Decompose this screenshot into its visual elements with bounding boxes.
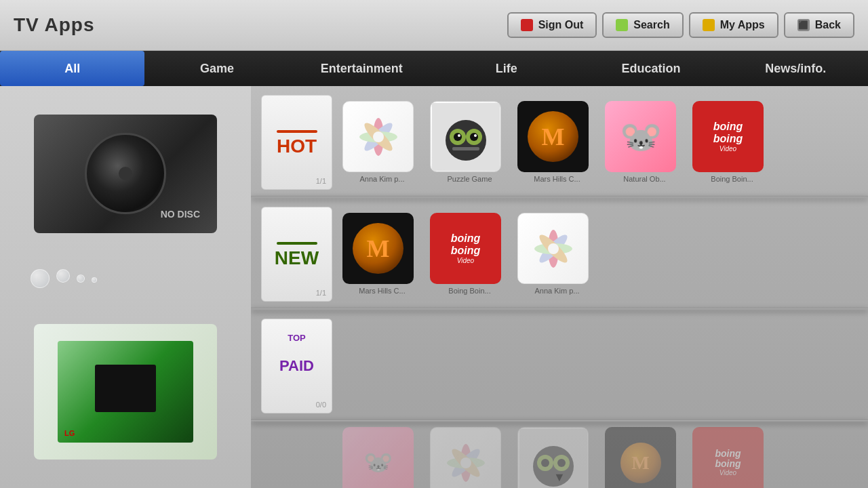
anna-kim-label-2: Anna Kim p... bbox=[521, 287, 593, 295]
mars-hills-label-1: Mars Hills C... bbox=[521, 175, 593, 183]
bubble-medium bbox=[56, 269, 70, 283]
new-label: NEW bbox=[275, 247, 319, 269]
app-mars-hills-b[interactable]: M Mars Hills C... bbox=[605, 427, 684, 488]
mars-m-b: M bbox=[620, 443, 661, 483]
my-apps-label: My Apps bbox=[720, 19, 765, 31]
category-nav: All Game Entertainment Life Education Ne… bbox=[0, 51, 868, 86]
svg-point-28 bbox=[541, 459, 549, 467]
search-label: Search bbox=[633, 19, 669, 31]
yellow-icon bbox=[703, 19, 715, 31]
app-boing-boing-1[interactable]: boingboing Video Boing Boin... bbox=[692, 101, 772, 183]
disc-circle bbox=[85, 133, 166, 214]
sign-out-button[interactable]: Sign Out bbox=[507, 12, 597, 38]
svg-point-23 bbox=[460, 458, 471, 468]
page-title: TV Apps bbox=[14, 14, 95, 36]
back-label: Back bbox=[815, 19, 841, 31]
svg-point-9 bbox=[454, 133, 462, 141]
new-shelf: NEW 1/1 M Mars Hills C... boingboing Vid… bbox=[251, 198, 868, 310]
flower-svg-2 bbox=[526, 222, 580, 276]
mars-hills-icon-1: M bbox=[517, 101, 589, 172]
svg-point-29 bbox=[557, 459, 566, 467]
mars-hills-icon-2: M bbox=[342, 213, 414, 284]
anna-kim-icon-b bbox=[430, 427, 501, 488]
boing-boing-icon-1: boingboing Video bbox=[692, 101, 764, 172]
mars-hills-icon-b: M bbox=[605, 427, 676, 488]
top-paid-card[interactable]: TOP PAID 0/0 bbox=[261, 319, 332, 413]
tv-screen bbox=[95, 365, 156, 412]
svg-rect-13 bbox=[452, 147, 479, 150]
flower-svg bbox=[351, 110, 406, 164]
back-button[interactable]: ⬛ Back bbox=[784, 12, 854, 38]
svg-point-4 bbox=[373, 131, 384, 142]
bubble-tiny bbox=[92, 277, 97, 283]
new-count: 1/1 bbox=[316, 289, 326, 297]
furby-1: 🐭 bbox=[620, 117, 662, 157]
app-boing-boing-b[interactable]: boingboing Video Boing Boin... bbox=[692, 427, 772, 488]
boing-text-b: boingboing Video bbox=[715, 449, 741, 477]
new-card[interactable]: NEW 1/1 bbox=[261, 207, 332, 302]
no-disc-text: NO DISC bbox=[161, 209, 200, 220]
hot-divider bbox=[277, 130, 317, 133]
paid-count: 0/0 bbox=[316, 401, 326, 409]
app-anna-kim-b[interactable]: Anna Kim p... bbox=[430, 427, 509, 488]
app-natural-ob-b[interactable]: 🐭 Natural Ob... bbox=[342, 427, 422, 488]
top-label: TOP bbox=[262, 333, 332, 343]
search-button[interactable]: Search bbox=[602, 12, 683, 38]
mars-m-1: M bbox=[528, 111, 578, 162]
svg-point-18 bbox=[548, 243, 559, 254]
cat-game[interactable]: Game bbox=[144, 51, 289, 86]
top-paid-shelf: TOP PAID 0/0 bbox=[251, 310, 868, 422]
puzzle-svg bbox=[432, 103, 500, 171]
natural-ob-icon-1: 🐭 bbox=[605, 101, 676, 172]
app-natural-ob-1[interactable]: 🐭 Natural Ob... bbox=[605, 101, 684, 183]
bubble-large bbox=[31, 269, 50, 288]
shelves-area: HOT 1/1 Anna Kim p... bbox=[251, 86, 868, 488]
puzzle-icon bbox=[430, 101, 501, 172]
cat-all[interactable]: All bbox=[0, 51, 144, 86]
hot-shelf: HOT 1/1 Anna Kim p... bbox=[251, 86, 868, 198]
svg-point-11 bbox=[458, 134, 460, 137]
boing-text-2: boingboing Video bbox=[451, 232, 481, 264]
left-panel: NO DISC LG bbox=[0, 86, 251, 488]
top-bar: TV Apps Sign Out Search My Apps ⬛ Back bbox=[0, 0, 868, 51]
app-puzzle-game[interactable]: Puzzle Game bbox=[430, 101, 509, 183]
new-divider bbox=[277, 242, 317, 245]
anna-kim-label-1: Anna Kim p... bbox=[347, 175, 418, 183]
app-mars-hills-2[interactable]: M Mars Hills C... bbox=[342, 213, 422, 295]
red-icon bbox=[521, 19, 533, 31]
back-icon: ⬛ bbox=[797, 19, 810, 31]
tv-preview: LG bbox=[34, 324, 217, 460]
top-buttons: Sign Out Search My Apps ⬛ Back bbox=[507, 12, 854, 38]
natural-ob-label-1: Natural Ob... bbox=[609, 175, 680, 183]
bubble-decoration bbox=[10, 269, 97, 288]
app-anna-kim-2[interactable]: Anna Kim p... bbox=[517, 213, 597, 295]
mars-hills-label-2: Mars Hills C... bbox=[347, 287, 418, 295]
hot-count: 1/1 bbox=[316, 177, 326, 185]
hot-card[interactable]: HOT 1/1 bbox=[261, 95, 332, 190]
hot-label: HOT bbox=[277, 136, 317, 157]
cat-newsinfo[interactable]: News/info. bbox=[724, 51, 868, 86]
boing-boing-icon-b: boingboing Video bbox=[692, 427, 764, 488]
cat-education[interactable]: Education bbox=[578, 51, 723, 86]
boing-text-1: boingboing Video bbox=[713, 121, 743, 152]
sign-out-label: Sign Out bbox=[538, 19, 584, 31]
svg-point-10 bbox=[470, 133, 478, 141]
app-anna-kim-1[interactable]: Anna Kim p... bbox=[342, 101, 422, 183]
app-mars-hills-1[interactable]: M Mars Hills C... bbox=[517, 101, 597, 183]
my-apps-button[interactable]: My Apps bbox=[689, 12, 778, 38]
svg-point-12 bbox=[474, 134, 477, 137]
anna-kim-icon-2 bbox=[517, 213, 589, 284]
app-boing-boing-2[interactable]: boingboing Video Boing Boin... bbox=[430, 213, 509, 295]
cat-entertainment[interactable]: Entertainment bbox=[290, 51, 434, 86]
flower-svg-b bbox=[439, 436, 493, 489]
mars-m-2: M bbox=[353, 223, 403, 274]
boing-boing-label-2: Boing Boin... bbox=[434, 287, 505, 295]
scroll-down-icon[interactable]: ▼ bbox=[553, 470, 566, 485]
cat-life[interactable]: Life bbox=[434, 51, 578, 86]
disc-box: NO DISC bbox=[34, 115, 217, 233]
tv-preview-inner: LG bbox=[58, 341, 193, 443]
green-icon bbox=[616, 19, 628, 31]
anna-kim-icon-1 bbox=[342, 101, 414, 172]
furby-b: 🐭 bbox=[363, 449, 393, 476]
boing-boing-label-1: Boing Boin... bbox=[696, 175, 768, 183]
